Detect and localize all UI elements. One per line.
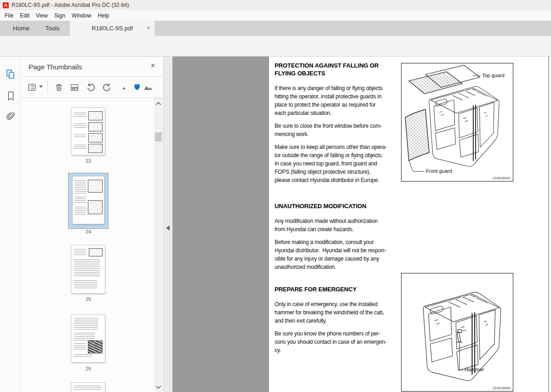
menu-bar: File Edit View Sign Window Help bbox=[0, 10, 551, 21]
thumb-image-decor bbox=[89, 248, 103, 256]
rotate-right-button[interactable] bbox=[101, 81, 113, 93]
navigation-rail bbox=[0, 57, 21, 392]
thumb-image-decor bbox=[88, 341, 103, 353]
document-scrollbar[interactable] bbox=[548, 57, 549, 392]
acrobat-logo-icon bbox=[3, 2, 9, 8]
thumb-image-decor bbox=[88, 200, 103, 214]
acrobat-window: R180LC-9S.pdf - Adobe Acrobat Pro DC (32… bbox=[0, 0, 551, 392]
thumb-text-decor bbox=[75, 197, 86, 204]
rotate-cw-icon bbox=[102, 82, 112, 92]
thumb-text-decor bbox=[74, 259, 100, 278]
thumb-text-decor bbox=[74, 145, 86, 150]
tab-tools[interactable]: Tools bbox=[40, 21, 65, 36]
resize-pages-button[interactable] bbox=[69, 81, 80, 93]
tab-document-label: R180LC-9S.pdf bbox=[92, 25, 133, 32]
thumbnail-page-number: 25 bbox=[69, 296, 108, 302]
thumb-text-decor bbox=[74, 386, 102, 390]
menu-sign[interactable]: Sign bbox=[54, 12, 65, 19]
thumbnail-page-23[interactable] bbox=[71, 108, 105, 155]
thumb-image-decor bbox=[88, 144, 103, 153]
panel-close-icon[interactable]: × bbox=[151, 62, 155, 69]
section-heading: UNAUTHORIZED MODIFICATION bbox=[275, 202, 395, 210]
page-text-column: PROTECTION AGAINST FALLING OR FLYING OBJ… bbox=[275, 62, 395, 354]
thumbnail-page-26[interactable] bbox=[71, 315, 105, 362]
thumbnail-page-number: 26 bbox=[69, 366, 108, 371]
panel-scrollbar[interactable] bbox=[154, 98, 163, 392]
page-thumbnails-icon bbox=[6, 69, 16, 80]
figure-label-hammer: Hammer bbox=[465, 367, 484, 372]
attachments-panel-button[interactable] bbox=[5, 111, 17, 123]
panel-splitter[interactable] bbox=[164, 57, 172, 392]
thumb-text-decor bbox=[74, 113, 86, 118]
tab-bar: Home Tools R180LC-9S.pdf × bbox=[0, 21, 551, 36]
slider-handle-icon bbox=[134, 84, 140, 91]
thumbnail-options-button[interactable] bbox=[26, 81, 38, 93]
thumb-text-decor bbox=[74, 135, 86, 137]
collapse-panel-icon[interactable] bbox=[166, 225, 170, 231]
pdf-page[interactable]: PROTECTION AGAINST FALLING OR FLYING OBJ… bbox=[269, 57, 551, 392]
menu-file[interactable]: File bbox=[5, 12, 13, 19]
section-paragraph: Be sure to close the front window before… bbox=[275, 122, 395, 138]
scroll-down-icon[interactable] bbox=[155, 386, 161, 389]
menu-edit[interactable]: Edit bbox=[20, 12, 29, 19]
enlarge-thumbnails-button[interactable] bbox=[143, 81, 155, 93]
trash-icon bbox=[54, 83, 63, 92]
figure-illustration bbox=[402, 63, 513, 181]
section-paragraph: Any modification made without authorizat… bbox=[275, 217, 395, 233]
figure-illustration bbox=[402, 273, 513, 391]
thumbnail-page-number: 23 bbox=[69, 158, 108, 164]
menu-view[interactable]: View bbox=[36, 12, 48, 19]
figure-caption: 21091SH01 bbox=[493, 176, 511, 180]
thumb-image-decor bbox=[88, 180, 103, 193]
thumbnail-page-24[interactable] bbox=[73, 176, 104, 224]
scroll-up-icon[interactable] bbox=[155, 102, 161, 105]
small-mountain-icon bbox=[121, 83, 129, 91]
delete-pages-button[interactable] bbox=[53, 81, 65, 93]
menu-window[interactable]: Window bbox=[72, 12, 92, 19]
section-paragraph: Before making a modification, consult yo… bbox=[275, 238, 395, 271]
figure-hammer: Hammer 21091SH02 bbox=[401, 273, 513, 392]
thumb-text-decor bbox=[74, 343, 86, 351]
thumb-image-decor bbox=[88, 133, 103, 142]
section-heading: PROTECTION AGAINST FALLING OR FLYING OBJ… bbox=[275, 62, 395, 77]
main-toolbar: / 239 75% bbox=[0, 36, 551, 57]
page-thumbnails-panel: Page Thumbnails × bbox=[21, 57, 164, 392]
resize-pages-icon bbox=[69, 83, 80, 92]
panel-toolbar bbox=[21, 77, 163, 98]
rotate-ccw-icon bbox=[86, 82, 96, 92]
window-title: R180LC-9S.pdf - Adobe Acrobat Pro DC (32… bbox=[11, 2, 129, 8]
tab-close-icon[interactable]: × bbox=[146, 24, 150, 32]
figure-label-top-guard: Top guard bbox=[482, 73, 505, 78]
thumb-text-decor bbox=[74, 354, 92, 358]
reduce-thumbnails-button[interactable] bbox=[119, 81, 131, 93]
panel-title: Page Thumbnails bbox=[29, 63, 82, 71]
options-list-icon bbox=[27, 83, 37, 92]
thumb-text-decor bbox=[74, 249, 86, 256]
thumbnail-page-27-partial[interactable] bbox=[71, 383, 105, 392]
tab-document[interactable]: R180LC-9S.pdf × bbox=[70, 21, 155, 36]
options-caret-icon[interactable] bbox=[39, 85, 43, 88]
menu-help[interactable]: Help bbox=[98, 12, 109, 19]
section-paragraph: Be sure you know the phone numbers of pe… bbox=[275, 330, 395, 354]
bookmarks-panel-button[interactable] bbox=[5, 90, 17, 102]
bookmark-icon bbox=[6, 91, 15, 102]
thumb-text-decor bbox=[74, 124, 86, 128]
rotate-left-button[interactable] bbox=[85, 81, 97, 93]
thumbnail-page-number: 24 bbox=[69, 229, 108, 234]
panel-scrollbar-thumb[interactable] bbox=[155, 132, 162, 142]
thumbnail-page-25[interactable] bbox=[71, 245, 105, 293]
thumb-text-decor bbox=[75, 180, 86, 194]
section-paragraph: Make sure to keep all persons other than… bbox=[275, 143, 395, 184]
panel-separator bbox=[47, 80, 48, 94]
thumb-text-decor bbox=[75, 207, 86, 216]
figure-caption: 21091SH02 bbox=[493, 386, 511, 390]
thumb-text-decor bbox=[74, 318, 98, 330]
document-area[interactable]: PROTECTION AGAINST FALLING OR FLYING OBJ… bbox=[172, 57, 551, 392]
thumb-image-decor bbox=[88, 111, 103, 120]
section-paragraph: If there is any danger of falling or fly… bbox=[275, 84, 395, 117]
thumbnail-list: 23 24 25 bbox=[21, 98, 163, 392]
tab-home[interactable]: Home bbox=[6, 21, 36, 36]
thumb-image-decor bbox=[88, 122, 103, 131]
thumbnail-size-slider[interactable] bbox=[131, 81, 143, 93]
page-thumbnails-panel-button[interactable] bbox=[5, 68, 17, 80]
